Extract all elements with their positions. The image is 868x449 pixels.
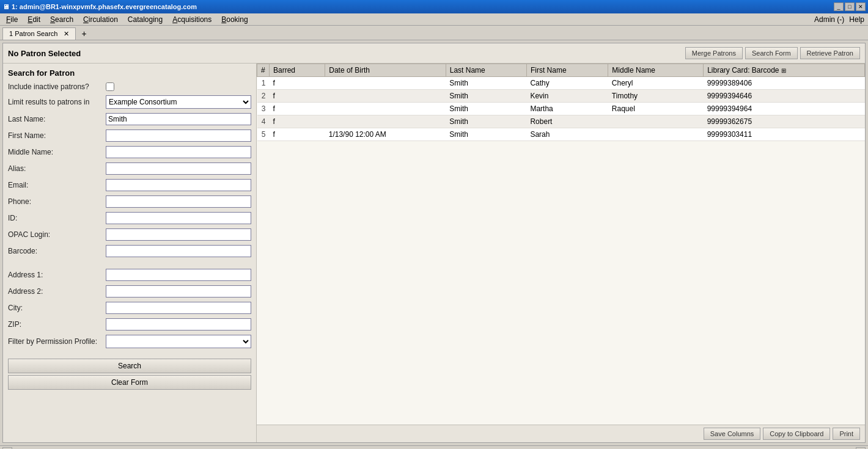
first-name-input[interactable] — [106, 130, 251, 142]
cell-middlename — [608, 115, 704, 128]
zip-input[interactable] — [106, 318, 251, 330]
menu-edit[interactable]: Edit — [23, 14, 45, 25]
barcode-label: Barcode: — [8, 247, 106, 255]
cell-firstname: Kevin — [526, 90, 608, 103]
tab-bar: 1 Patron Search ✕ + — [0, 26, 868, 40]
cell-dob — [325, 115, 446, 128]
close-tab-icon[interactable]: ✕ — [64, 30, 69, 37]
middle-name-label: Middle Name: — [8, 148, 106, 156]
zip-label: ZIP: — [8, 320, 106, 329]
menu-bar: File Edit Search Circulation Cataloging … — [0, 13, 868, 26]
add-tab-button[interactable]: + — [77, 27, 92, 40]
minimize-button[interactable]: _ — [834, 2, 844, 11]
address2-row: Address 2: — [8, 285, 251, 298]
filter-profile-select[interactable] — [106, 335, 251, 348]
cell-num: 5 — [257, 128, 270, 141]
cell-num: 4 — [257, 115, 270, 128]
clear-form-button[interactable]: Clear Form — [8, 375, 251, 390]
top-bar-buttons: Merge Patrons Search Form Retrieve Patro… — [685, 47, 860, 59]
opac-login-label: OPAC Login: — [8, 230, 106, 239]
limit-results-label: Limit results to patrons in — [8, 98, 106, 106]
id-input[interactable] — [106, 212, 251, 224]
cell-middlename: Timothy — [608, 90, 704, 103]
menu-cataloging[interactable]: Cataloging — [123, 14, 167, 25]
cell-lastname: Smith — [446, 77, 526, 90]
cell-firstname: Robert — [526, 115, 608, 128]
menu-search[interactable]: Search — [45, 14, 78, 25]
alias-input[interactable] — [106, 162, 251, 175]
cell-dob — [325, 103, 446, 115]
filter-profile-label: Filter by Permission Profile: — [8, 337, 106, 346]
include-inactive-label: Include inactive patrons? — [8, 82, 106, 91]
alias-label: Alias: — [8, 164, 106, 173]
cell-barred: f — [270, 77, 325, 90]
patron-search-tab[interactable]: 1 Patron Search ✕ — [2, 27, 76, 40]
include-inactive-row: Include inactive patrons? — [8, 82, 251, 91]
maximize-button[interactable]: □ — [845, 2, 855, 11]
table-row[interactable]: 4 f Smith Robert 99999362675 — [257, 115, 865, 128]
cell-num: 1 — [257, 77, 270, 90]
scroll-right-button[interactable]: ▶ — [856, 447, 866, 450]
last-name-input[interactable] — [106, 113, 251, 125]
title-bar-controls[interactable]: _ □ ✕ — [834, 2, 866, 11]
cell-barcode: 99999389406 — [704, 77, 865, 90]
admin-menu[interactable]: Admin (-) — [814, 15, 844, 24]
table-row[interactable]: 3 f Smith Martha Raquel 99999394964 — [257, 103, 865, 115]
cell-firstname: Sarah — [526, 128, 608, 141]
search-button[interactable]: Search — [8, 359, 251, 373]
status-bar: ◀ ▶ — [0, 445, 868, 449]
id-row: ID: — [8, 212, 251, 224]
table-row[interactable]: 1 f Smith Cathy Cheryl 99999389406 — [257, 77, 865, 90]
menu-acquisitions[interactable]: Acquisitions — [167, 14, 216, 25]
menu-right: Admin (-) Help — [814, 15, 867, 24]
phone-input[interactable] — [106, 195, 251, 208]
close-window-button[interactable]: ✕ — [856, 2, 866, 11]
table-row[interactable]: 2 f Smith Kevin Timothy 99999394646 — [257, 90, 865, 103]
results-table-container[interactable]: # Barred Date of Birth Last Name First N… — [257, 64, 865, 425]
search-form-button[interactable]: Search Form — [745, 47, 798, 59]
cell-barcode: 99999394964 — [704, 103, 865, 115]
first-name-row: First Name: — [8, 130, 251, 142]
title-bar-text: 1: admin@BR1-winxpvmfx.phasefx.evergreen… — [12, 3, 197, 10]
opac-login-input[interactable] — [106, 228, 251, 241]
address1-input[interactable] — [106, 269, 251, 281]
address2-input[interactable] — [106, 285, 251, 298]
cell-barcode: 99999303411 — [704, 128, 865, 141]
city-input[interactable] — [106, 302, 251, 314]
col-lastname: Last Name — [446, 64, 526, 77]
help-menu[interactable]: Help — [849, 15, 864, 24]
copy-clipboard-button[interactable]: Copy to Clipboard — [763, 428, 830, 440]
last-name-label: Last Name: — [8, 115, 106, 123]
cell-middlename — [608, 128, 704, 141]
scroll-left-button[interactable]: ◀ — [2, 447, 12, 450]
search-panel: Search for Patron Include inactive patro… — [3, 64, 257, 442]
table-row[interactable]: 5 f 1/13/90 12:00 AM Smith Sarah 9999930… — [257, 128, 865, 141]
cell-firstname: Martha — [526, 103, 608, 115]
merge-patrons-button[interactable]: Merge Patrons — [685, 47, 743, 59]
address1-row: Address 1: — [8, 269, 251, 281]
menu-circulation[interactable]: Circulation — [78, 14, 123, 25]
middle-name-input[interactable] — [106, 146, 251, 158]
email-label: Email: — [8, 181, 106, 189]
zip-row: ZIP: — [8, 318, 251, 330]
cell-lastname: Smith — [446, 128, 526, 141]
print-button[interactable]: Print — [833, 428, 860, 440]
alias-row: Alias: — [8, 162, 251, 175]
retrieve-patron-button[interactable]: Retrieve Patron — [800, 47, 860, 59]
email-input[interactable] — [106, 179, 251, 191]
menu-booking[interactable]: Booking — [216, 14, 252, 25]
limit-results-select[interactable]: Example Consortium — [106, 95, 251, 109]
cell-dob: 1/13/90 12:00 AM — [325, 128, 446, 141]
menu-file[interactable]: File — [1, 14, 23, 25]
city-label: City: — [8, 304, 106, 312]
limit-results-row: Limit results to patrons in Example Cons… — [8, 95, 251, 109]
include-inactive-checkbox[interactable] — [106, 82, 114, 91]
cell-middlename: Raquel — [608, 103, 704, 115]
cell-barcode: 99999362675 — [704, 115, 865, 128]
save-columns-button[interactable]: Save Columns — [704, 428, 761, 440]
barcode-input[interactable] — [106, 245, 251, 257]
cell-barred: f — [270, 103, 325, 115]
results-table: # Barred Date of Birth Last Name First N… — [257, 64, 865, 141]
expand-column-icon[interactable]: ⊞ — [781, 67, 786, 74]
top-bar: No Patron Selected Merge Patrons Search … — [3, 43, 865, 64]
